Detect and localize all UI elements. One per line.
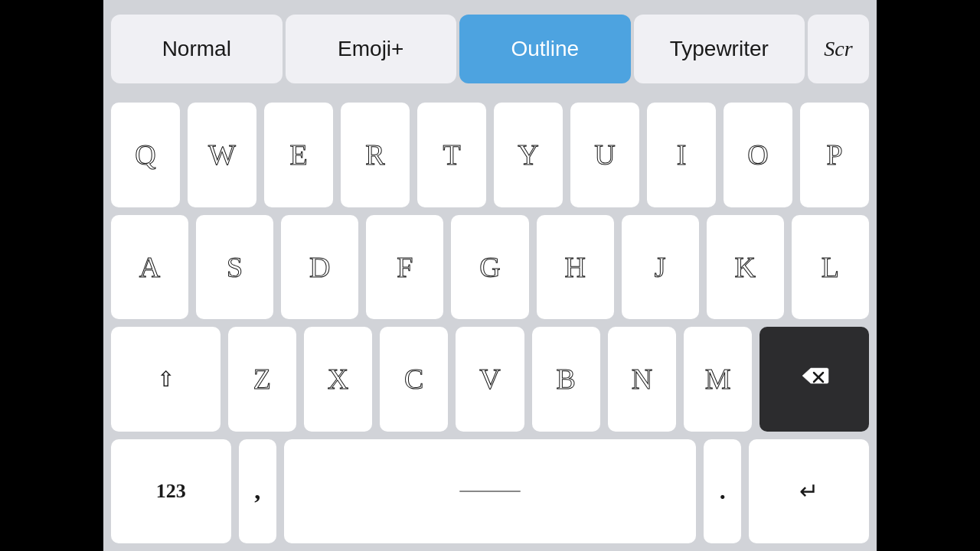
backspace-icon (799, 364, 830, 393)
key-r[interactable]: R (341, 103, 410, 207)
key-space[interactable] (284, 439, 697, 544)
tab-emoji[interactable]: Emoji+ (286, 15, 457, 83)
key-a[interactable]: A (111, 215, 188, 320)
key-123[interactable]: 123 (111, 439, 231, 544)
tab-script[interactable]: Scr (808, 15, 869, 83)
key-o[interactable]: O (724, 103, 792, 207)
tab-typewriter[interactable]: Typewriter (634, 15, 805, 83)
key-s[interactable]: S (196, 215, 273, 320)
key-comma[interactable]: , (239, 439, 276, 544)
key-k[interactable]: K (707, 215, 784, 320)
key-y[interactable]: Y (494, 103, 563, 207)
key-i[interactable]: I (647, 103, 716, 207)
key-c[interactable]: C (380, 327, 448, 432)
tab-outline[interactable]: Outline (459, 15, 631, 83)
return-icon: ↵ (799, 478, 818, 504)
tab-normal[interactable]: Normal (111, 15, 283, 83)
key-row-2: A S D F G H J K L (111, 215, 869, 320)
key-e[interactable]: E (264, 103, 333, 207)
key-n[interactable]: N (608, 327, 676, 432)
key-m[interactable]: M (684, 327, 752, 432)
key-b[interactable]: B (532, 327, 600, 432)
key-period[interactable]: . (704, 439, 741, 544)
keyboard-rows: Q W E R T Y U I O P A S D F G H J K L ⇧ (103, 98, 877, 551)
key-l[interactable]: L (792, 215, 869, 320)
key-p[interactable]: P (800, 103, 869, 207)
key-backspace[interactable] (760, 327, 869, 432)
key-w[interactable]: W (188, 103, 256, 207)
shift-icon: ⇧ (157, 367, 175, 392)
key-q[interactable]: Q (111, 103, 180, 207)
keyboard-container: Normal Emoji+ Outline Typewriter Scr Q W… (103, 0, 877, 551)
key-d[interactable]: D (281, 215, 358, 320)
key-g[interactable]: G (451, 215, 528, 320)
key-row-1: Q W E R T Y U I O P (111, 103, 869, 207)
font-tabs: Normal Emoji+ Outline Typewriter Scr (103, 0, 877, 98)
key-shift[interactable]: ⇧ (111, 327, 220, 432)
key-j[interactable]: J (622, 215, 699, 320)
key-v[interactable]: V (456, 327, 524, 432)
key-row-4: 123 , . ↵ (111, 439, 869, 544)
key-x[interactable]: X (304, 327, 372, 432)
key-h[interactable]: H (537, 215, 614, 320)
key-u[interactable]: U (570, 103, 639, 207)
key-return[interactable]: ↵ (749, 439, 869, 544)
key-row-3: ⇧ Z X C V B N M (111, 327, 869, 432)
key-f[interactable]: F (366, 215, 443, 320)
spacebar-line (459, 491, 521, 492)
key-z[interactable]: Z (228, 327, 296, 432)
key-t[interactable]: T (417, 103, 486, 207)
